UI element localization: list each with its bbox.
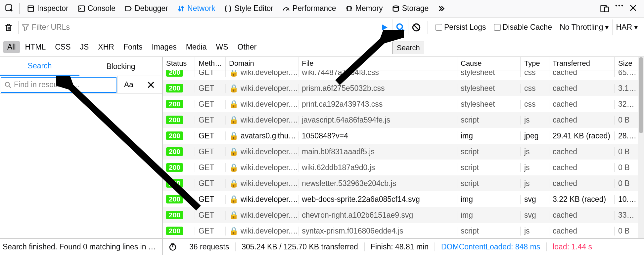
type-filter-fonts[interactable]: Fonts xyxy=(119,41,147,53)
status-badge: 200 xyxy=(166,84,183,92)
type-filter-xhr[interactable]: XHR xyxy=(94,41,118,53)
type-filter-css[interactable]: CSS xyxy=(51,41,74,53)
table-row[interactable]: 200GET🔒wiki.developer.…javascript.64a86f… xyxy=(163,112,644,128)
type-filter-html[interactable]: HTML xyxy=(21,41,50,53)
persist-logs-checkbox[interactable]: Persist Logs xyxy=(432,23,490,32)
memory-icon xyxy=(345,5,353,12)
meatballs-icon[interactable] xyxy=(615,4,623,13)
type-filter-images[interactable]: Images xyxy=(148,41,180,53)
cell-method: GET xyxy=(195,163,226,172)
search-icon xyxy=(5,82,11,88)
tab-inspector[interactable]: Inspector xyxy=(23,0,73,17)
cell-transferred: cached xyxy=(549,116,615,125)
table-header: Status Meth… Domain File Cause Type Tran… xyxy=(163,57,644,70)
table-row[interactable]: 200GET🔒wiki.developer.…print.ca192a43974… xyxy=(163,96,644,112)
block-button[interactable] xyxy=(408,19,424,35)
responsive-mode-icon[interactable] xyxy=(600,4,609,13)
clear-button[interactable] xyxy=(3,21,15,33)
separator xyxy=(428,21,428,34)
type-filter-media[interactable]: Media xyxy=(182,41,211,53)
cell-size: 0 B xyxy=(615,227,637,236)
tab-console[interactable]: Console xyxy=(73,0,120,17)
table-row[interactable]: 200GET🔒wiki.developer.…web-docs-sprite.2… xyxy=(163,191,644,207)
lock-icon: 🔒 xyxy=(229,163,239,172)
scrollbar-thumb[interactable] xyxy=(639,57,643,133)
type-filter-all[interactable]: All xyxy=(3,41,20,53)
status-badge: 200 xyxy=(166,131,183,140)
table-row[interactable]: 200GET🔒wiki.developer.…main.b0f831aaadf5… xyxy=(163,144,644,160)
checkbox-label: Persist Logs xyxy=(444,23,486,32)
overflow-tabs[interactable] xyxy=(433,0,450,17)
tab-style-editor[interactable]: Style Editor xyxy=(220,0,278,17)
lock-icon: 🔒 xyxy=(229,227,239,236)
select-label: No Throttling xyxy=(560,23,603,32)
th-cause[interactable]: Cause xyxy=(457,57,521,70)
type-filter-ws[interactable]: WS xyxy=(212,41,232,53)
cell-type: js xyxy=(521,179,549,188)
cell-method: GET xyxy=(195,131,226,140)
search-tab[interactable]: Search xyxy=(0,57,79,76)
th-method[interactable]: Meth… xyxy=(195,57,226,70)
tab-memory[interactable]: Memory xyxy=(341,0,388,17)
cell-domain: 🔒wiki.developer.… xyxy=(226,70,299,77)
cell-cause: script xyxy=(457,116,521,125)
cell-status: 200 xyxy=(163,179,195,188)
cell-status: 200 xyxy=(163,227,195,235)
table-row[interactable]: 200GET🔒wiki.developer.…chevron-right.a10… xyxy=(163,207,644,223)
svg-point-8 xyxy=(619,5,620,6)
cell-cause: stylesheet xyxy=(457,84,521,93)
cell-file: web-docs-sprite.22a6a085cf14.svg xyxy=(299,195,457,204)
cell-domain: 🔒wiki.developer.… xyxy=(226,179,299,188)
cell-method: GET xyxy=(195,70,226,77)
tab-label: Debugger xyxy=(135,4,168,13)
cell-domain: 🔒avatars0.githu… xyxy=(226,131,299,140)
cell-type: svg xyxy=(521,195,549,204)
cell-method: GET xyxy=(195,116,226,125)
case-sensitive-toggle[interactable]: Aa xyxy=(117,80,140,89)
left-pane-tabs: Search Blocking xyxy=(0,57,162,76)
table-row[interactable]: 200GET🔒wiki.developer.…wiki.62ddb187a9d0… xyxy=(163,160,644,175)
th-type[interactable]: Type xyxy=(521,57,549,70)
close-devtools-icon[interactable] xyxy=(629,4,638,13)
play-button[interactable] xyxy=(377,19,392,35)
throttling-select[interactable]: No Throttling▾ xyxy=(556,19,612,35)
table-row[interactable]: 200GET🔒wiki.developer.…wiki.74487a1d64f8… xyxy=(163,70,644,80)
perf-button[interactable] xyxy=(163,243,183,251)
tab-debugger[interactable]: Debugger xyxy=(120,0,173,17)
svg-point-12 xyxy=(5,82,10,86)
debugger-icon xyxy=(125,5,132,12)
table-row[interactable]: 200GET🔒avatars0.githu…1050848?v=4imgjpeg… xyxy=(163,128,644,144)
transferred-summary: 305.24 KB / 125.70 KB transferred xyxy=(236,242,365,251)
cell-file: main.b0f831aaadf5.js xyxy=(299,147,457,156)
har-select[interactable]: HAR▾ xyxy=(612,19,641,35)
separator xyxy=(19,3,20,14)
search-input[interactable] xyxy=(14,80,113,89)
search-toggle-button[interactable] xyxy=(392,19,408,35)
filter-urls-input[interactable] xyxy=(32,23,377,32)
th-status[interactable]: Status xyxy=(163,57,195,70)
table-row[interactable]: 200GET🔒wiki.developer.…newsletter.532963… xyxy=(163,175,644,191)
close-search-button[interactable] xyxy=(140,81,162,89)
table-row[interactable]: 200GET🔒wiki.developer.…syntax-prism.f016… xyxy=(163,223,644,238)
cell-type: css xyxy=(521,84,549,93)
svg-rect-1 xyxy=(28,6,34,11)
tab-network[interactable]: Network xyxy=(173,0,220,17)
th-transferred[interactable]: Transferred xyxy=(549,57,615,70)
th-file[interactable]: File xyxy=(299,57,457,70)
type-filter-js[interactable]: JS xyxy=(76,41,93,53)
cell-transferred: cached xyxy=(549,84,615,93)
cell-domain: 🔒wiki.developer.… xyxy=(226,211,299,220)
blocking-tab[interactable]: Blocking xyxy=(79,57,162,76)
tab-performance[interactable]: Performance xyxy=(278,0,341,17)
th-domain[interactable]: Domain xyxy=(226,57,299,70)
disable-cache-checkbox[interactable]: Disable Cache xyxy=(490,23,556,32)
pick-element-icon[interactable] xyxy=(3,4,17,13)
scrollbar[interactable] xyxy=(638,57,644,238)
tab-label: Search xyxy=(28,61,52,70)
th-size[interactable]: Size xyxy=(615,57,637,70)
table-row[interactable]: 200GET🔒wiki.developer.…prism.a6f275e5032… xyxy=(163,80,644,96)
cell-cause: stylesheet xyxy=(457,100,521,109)
status-badge: 200 xyxy=(166,116,183,124)
type-filter-other[interactable]: Other xyxy=(234,41,261,53)
tab-storage[interactable]: Storage xyxy=(388,0,434,17)
